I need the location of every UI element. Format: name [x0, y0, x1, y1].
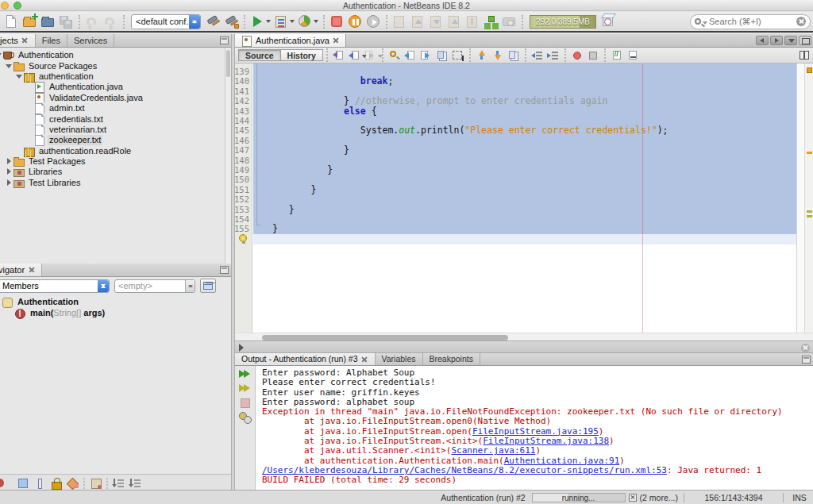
line-number[interactable]: 142	[235, 96, 249, 106]
sort-alpha-icon[interactable]	[113, 477, 125, 489]
tree-item-authentication[interactable]: authentication	[16, 71, 231, 82]
code-line-140[interactable]: break;	[253, 76, 796, 86]
more-processes-link[interactable]: (2 more...)	[640, 493, 678, 502]
toggle-bookmark-icon[interactable]	[507, 48, 521, 62]
rerun-icon[interactable]	[238, 368, 252, 380]
back-icon[interactable]	[348, 48, 362, 62]
stop-icon[interactable]	[329, 13, 345, 30]
expander-right-icon[interactable]	[6, 167, 13, 177]
code-region[interactable]: break; } //otherwise, prompt to enter cr…	[253, 63, 796, 333]
cancel-process-icon[interactable]	[629, 494, 637, 502]
rectangular-selection-icon[interactable]	[451, 48, 465, 62]
search-input[interactable]	[709, 17, 796, 26]
close-icon[interactable]	[21, 37, 29, 44]
navigator-item[interactable]: Authentication	[2, 297, 231, 307]
expander-right-icon[interactable]	[6, 156, 13, 167]
find-next-icon[interactable]	[419, 48, 433, 62]
stop-run-icon[interactable]	[238, 397, 252, 409]
tab-files[interactable]: Files	[36, 34, 67, 47]
code-line-152[interactable]	[253, 194, 796, 204]
expander-right-icon[interactable]	[6, 178, 13, 188]
rerun-stopped-icon[interactable]	[238, 383, 252, 394]
editor-body[interactable]: 1391401411421431441451461471481491501511…	[235, 63, 813, 333]
line-number[interactable]: 151	[235, 185, 249, 194]
expander-down-icon[interactable]	[16, 71, 23, 82]
tree-item-authentication-readrole[interactable]: authentication.readRole	[16, 146, 231, 156]
show-static-icon[interactable]	[33, 477, 45, 489]
memory-indicator[interactable]: 292.0/389.5MB	[530, 15, 596, 29]
code-line-149[interactable]: }	[253, 165, 796, 175]
show-fields-icon[interactable]	[17, 477, 29, 489]
code-line-147[interactable]: }	[253, 145, 796, 155]
close-icon[interactable]	[28, 267, 35, 274]
scrollbar-thumb[interactable]	[262, 335, 508, 340]
code-line-143[interactable]: else {	[253, 106, 796, 116]
stacktrace-link[interactable]: Authentication.java:91	[504, 456, 620, 466]
line-number[interactable]: 152	[235, 194, 249, 204]
table-layout-icon[interactable]	[200, 279, 216, 293]
navigator-filter-dropdown[interactable]: <empty>	[114, 279, 195, 293]
code-line-154[interactable]	[253, 214, 796, 224]
save-all-icon[interactable]	[58, 13, 75, 30]
fully-qualified-icon[interactable]	[67, 477, 79, 489]
pause-icon[interactable]	[347, 13, 364, 30]
minimize-window-icon[interactable]	[220, 266, 229, 274]
error-stripe[interactable]	[804, 63, 813, 333]
tree-item-validatecredentials-java[interactable]: ValidateCredentials.java	[26, 93, 231, 103]
filter-stepper-icon[interactable]	[185, 280, 195, 292]
tree-item-admin-txt[interactable]: admin.txt	[26, 103, 231, 113]
new-file-icon[interactable]	[3, 13, 20, 30]
show-non-public-icon[interactable]	[50, 477, 62, 489]
next-occurrence-icon[interactable]	[491, 48, 505, 62]
line-number[interactable]: 155	[235, 224, 249, 233]
code-line-155[interactable]: }	[253, 224, 796, 233]
line-number[interactable]: 144	[235, 116, 249, 125]
find-selection-icon[interactable]	[387, 48, 402, 62]
projects-scrollbar[interactable]	[225, 48, 231, 264]
line-number[interactable]: 145	[235, 125, 249, 135]
line-number[interactable]: 139	[235, 67, 249, 76]
line-number[interactable]: 140	[235, 76, 249, 86]
stacktrace-link[interactable]: FileInputStream.java:195	[472, 426, 599, 437]
shift-right-icon[interactable]	[546, 48, 561, 62]
line-number[interactable]: 141	[235, 87, 249, 96]
config-stepper-icon[interactable]	[189, 15, 200, 29]
tab-breakpoints[interactable]: Breakpoints	[423, 353, 480, 365]
profile-project-icon[interactable]	[297, 13, 314, 30]
history-view-button[interactable]: History	[281, 49, 323, 61]
forward-icon[interactable]	[364, 48, 378, 62]
hint-lightbulb-icon[interactable]	[239, 234, 247, 242]
macro-record-icon[interactable]	[570, 48, 584, 62]
toggle-highlight-icon[interactable]	[435, 48, 449, 62]
line-number[interactable]: 147	[235, 145, 249, 155]
line-number[interactable]: 149	[235, 165, 249, 175]
diff-icon[interactable]	[391, 13, 408, 30]
scroll-tabs-left-icon[interactable]	[756, 36, 769, 45]
config-dropdown[interactable]: <default conf...	[131, 14, 201, 29]
tab-list-icon[interactable]	[784, 36, 797, 45]
tab-projects[interactable]: Projects	[0, 34, 36, 47]
line-number[interactable]: 154	[235, 214, 249, 224]
minimize-window-icon[interactable]	[220, 37, 229, 44]
tree-item-test-packages[interactable]: Test Packages	[6, 156, 231, 167]
update-icon[interactable]	[446, 13, 463, 30]
tree-item-credentials-txt[interactable]: credentials.txt	[26, 113, 231, 124]
line-number[interactable]: 150	[235, 175, 249, 184]
tree-item-authentication-java[interactable]: Authentication.java	[26, 82, 231, 92]
split-window-icon[interactable]	[795, 48, 809, 62]
maximize-window-icon[interactable]	[799, 36, 811, 45]
commit-icon[interactable]	[428, 13, 445, 30]
editor-vertical-scrollbar[interactable]	[796, 63, 804, 333]
code-line-145[interactable]: System.out.println("Please enter correct…	[253, 125, 796, 135]
chevron-right-icon[interactable]	[239, 344, 244, 351]
build-project-icon[interactable]	[205, 13, 222, 30]
tab-authentication-java[interactable]: Authentication.java	[235, 34, 346, 47]
show-inherited-icon[interactable]	[0, 477, 12, 489]
hint-mark-icon[interactable]	[807, 210, 812, 213]
new-project-icon[interactable]	[21, 13, 38, 30]
line-number[interactable]: 143	[235, 106, 249, 116]
tab-navigator[interactable]: Navigator	[0, 264, 42, 276]
stacktrace-link[interactable]: /Users/kleberdesouza/Library/Caches/NetB…	[262, 465, 667, 475]
macro-stop-icon[interactable]	[586, 48, 600, 62]
sort-source-icon[interactable]	[129, 477, 141, 489]
